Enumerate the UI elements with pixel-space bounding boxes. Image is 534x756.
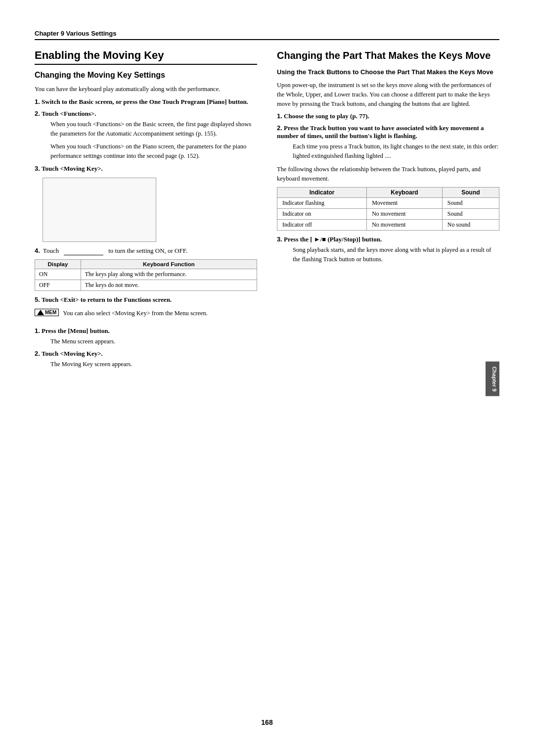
memo-step-2: 2. Touch <Moving Key>. The Moving Key sc… [35,350,257,369]
table-row: Indicator off No movement No sound [277,220,499,231]
memo-step-2-para: The Moving Key screen appears. [43,360,257,369]
chapter-header: Chapter 9 Various Settings [35,30,499,49]
step-2-text: Touch <Functions>. [42,110,96,117]
indicator-on-keyboard: No movement [367,209,443,220]
step-4-num: 4. [35,247,40,254]
step-2-p1: When you touch <Functions> on the Basic … [50,120,257,139]
chapter-rule [35,39,499,40]
step-1: 1. Switch to the Basic screen, or press … [35,98,257,106]
right-step-2: 2. Press the Track button you want to ha… [277,124,499,161]
left-column: Enabling the Moving Key Changing the Mov… [35,49,257,709]
indicator-on-sound: Sound [442,209,499,220]
indicator-col-indicator: Indicator [277,188,367,198]
right-column: Changing the Part That Makes the Keys Mo… [277,49,499,709]
right-sub-title: Using the Track Buttons to Choose the Pa… [277,68,499,77]
right-step-1: 1. Choose the song to play (p. 77). [277,112,499,120]
indicator-off-sound: No sound [442,220,499,231]
indicator-col-sound: Sound [442,188,499,198]
indicator-flashing-keyboard: Movement [367,198,443,209]
right-step-3-num: 3. [277,236,282,243]
step-5: 5. Touch <Exit> to return to the Functio… [35,296,257,304]
right-step-3-text: Press the [ ►/■ (Play/Stop)] button. [284,236,382,243]
right-step-2-para: Each time you press a Track button, its … [285,142,499,161]
table-row: Indicator on No movement Sound [277,209,499,220]
indicator-on-label: Indicator on [277,209,367,220]
moving-key-screen-image [43,178,156,242]
indicator-off-label: Indicator off [277,220,367,231]
table-col-keyboard-function: Keyboard Function [81,259,257,269]
right-intro: Upon power-up, the instrument is set so … [277,81,499,108]
right-step-3-para: Song playback starts, and the keys move … [285,245,499,264]
step-4-line: 4. Touch to turn the setting ON, or OFF. [35,247,257,255]
step-3-text: Touch <Moving Key>. [42,165,103,172]
indicator-flashing-sound: Sound [442,198,499,209]
indicator-flashing-label: Indicator flashing [277,198,367,209]
section-title: Enabling the Moving Key [35,49,257,65]
memo-step-1-para: The Menu screen appears. [43,337,257,346]
right-step-2-text: Press the Track button you want to have … [277,124,484,140]
step-2-num: 2. [35,110,40,117]
table-cell-on-desc: The keys play along with the performance… [81,269,257,280]
step-4-blank [64,247,103,255]
following-text: The following shows the relationship bet… [277,165,499,184]
right-step-2-p: Each time you press a Track button, its … [293,142,499,161]
table-cell-off: OFF [35,280,81,290]
memo-icon: MEM [35,309,59,316]
table-row: OFF The keys do not move. [35,280,257,290]
step-2: 2. Touch <Functions>. When you touch <Fu… [35,110,257,161]
memo-step-2-num: 2. [35,350,40,357]
memo-step-2-p: The Moving Key screen appears. [50,360,257,369]
right-step-2-num: 2. [277,124,282,132]
memo-step-1-text: Press the [Menu] button. [42,327,110,334]
step-5-text: Touch <Exit> to return to the Functions … [42,296,172,303]
table-cell-on: ON [35,269,81,280]
memo-step-1-num: 1. [35,327,40,334]
chapter-header-text: Chapter 9 Various Settings [35,30,499,37]
function-table: Display Keyboard Function ON The keys pl… [35,259,257,291]
indicator-table: Indicator Keyboard Sound Indicator flash… [277,187,499,231]
memo-text: You can also select <Moving Key> from th… [63,309,208,318]
step-2-p2: When you touch <Functions> on the Piano … [50,142,257,161]
page-number: 168 [35,718,499,726]
table-cell-off-desc: The keys do not move. [81,280,257,290]
table-row: ON The keys play along with the performa… [35,269,257,280]
right-main-title: Changing the Part That Makes the Keys Mo… [277,49,499,62]
page: Chapter 9 Various Settings Enabling the … [0,0,534,756]
table-row: Indicator flashing Movement Sound [277,198,499,209]
right-step-1-num: 1. [277,112,282,120]
step-5-num: 5. [35,296,40,303]
two-col-layout: Enabling the Moving Key Changing the Mov… [35,49,499,709]
indicator-header-row: Indicator Keyboard Sound [277,188,499,198]
step-3: 3. Touch <Moving Key>. [35,165,257,173]
memo-step-1: 1. Press the [Menu] button. The Menu scr… [35,327,257,346]
step-1-num: 1. [35,98,40,105]
step-3-num: 3. [35,165,40,172]
memo-step-2-text: Touch <Moving Key>. [42,350,103,357]
table-col-display: Display [35,259,81,269]
indicator-col-keyboard: Keyboard [367,188,443,198]
memo-label: MEM [45,310,56,315]
chapter-tab: Chapter 9 [486,361,499,396]
memo-step-1-p: The Menu screen appears. [50,337,257,346]
step-1-text: Switch to the Basic screen, or press the… [42,98,248,105]
table-header-row: Display Keyboard Function [35,259,257,269]
indicator-off-keyboard: No movement [367,220,443,231]
right-step-1-text: Choose the song to play (p. 77). [284,112,369,120]
right-step-3-p: Song playback starts, and the keys move … [293,245,499,264]
step-2-para1: When you touch <Functions> on the Basic … [43,120,257,161]
step-4-suffix: to turn the setting ON, or OFF. [108,247,187,255]
memo-triangle [37,310,44,315]
step-4: 4. Touch to turn the setting ON, or OFF. [35,247,257,255]
sub-title: Changing the Moving Key Settings [35,71,257,80]
memo-box: MEM You can also select <Moving Key> fro… [35,309,257,322]
step-4-label: Touch [43,247,59,255]
right-step-3: 3. Press the [ ►/■ (Play/Stop)] button. … [277,236,499,264]
intro-text: You can have the keyboard play automatic… [35,85,257,94]
